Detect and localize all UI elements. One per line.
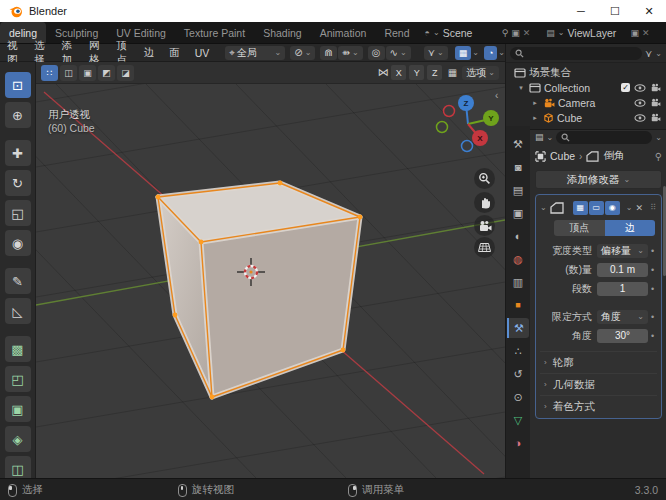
overlays-toggle[interactable]: ◔ [484, 46, 497, 60]
outliner-search-input[interactable] [510, 47, 642, 60]
section-shading[interactable]: › 着色方式 [540, 395, 657, 417]
tab-view-layer[interactable]: ▣ [507, 203, 529, 223]
falloff-dropdown[interactable]: ∿ ⌄ [386, 46, 411, 60]
extras-dropdown-icon[interactable]: ⌄ [626, 203, 633, 212]
tab-collection[interactable]: ▥ [507, 272, 529, 292]
gizmo-neg-y-axis[interactable] [437, 122, 448, 133]
expand-icon[interactable]: ▸ [530, 114, 540, 122]
tab-object[interactable]: ■ [507, 295, 529, 315]
breadcrumb-modifier[interactable]: 倒角 [603, 149, 624, 163]
tab-object-data[interactable]: ▽ [507, 410, 529, 430]
new-viewlayer-icon[interactable]: ▣ [631, 28, 640, 38]
mirror-y-button[interactable]: Y [409, 65, 424, 80]
transform-orientation-dropdown[interactable]: ⌖ 全局 ⌄ [225, 46, 285, 60]
outliner-row-cube[interactable]: ▸ Cube [506, 110, 666, 125]
tab-render[interactable]: ◙ [507, 157, 529, 177]
section-profile[interactable]: › 轮廓 [540, 351, 657, 373]
tab-world[interactable]: ◍ [507, 249, 529, 269]
pin-icon[interactable]: ⚲ [502, 28, 509, 38]
tab-output[interactable]: ▤ [507, 180, 529, 200]
remove-viewlayer-icon[interactable]: ✕ [642, 28, 650, 38]
maximize-button[interactable]: ☐ [598, 0, 632, 22]
tab-texture-paint[interactable]: Texture Paint [175, 22, 254, 43]
ortho-toggle-button[interactable] [474, 237, 495, 258]
segments-field[interactable]: 1 [597, 282, 648, 296]
options-dropdown[interactable]: 选项 ⌄ [462, 66, 499, 80]
animate-dot-icon[interactable]: • [648, 312, 657, 322]
rotate-tool[interactable]: ↻ [5, 170, 31, 196]
section-geometry[interactable]: › 几何数据 [540, 373, 657, 395]
zoom-button[interactable] [474, 168, 495, 189]
proportional-editing-toggle[interactable]: ◎ [368, 46, 385, 60]
realtime-display-toggle[interactable]: ▭ [589, 201, 604, 215]
snapping-toggle[interactable]: ⋒ [320, 46, 336, 60]
menu-uv[interactable]: UV [188, 47, 217, 59]
viewport-3d[interactable]: 用户透视 (60) Cube ‹ Z Y X [36, 84, 505, 478]
expand-icon[interactable]: ▸ [530, 99, 540, 107]
multi-select-mode-button[interactable]: ◩ [98, 65, 115, 81]
pivot-point-dropdown[interactable]: ⊘ ⌄ [290, 46, 315, 60]
new-scene-icon[interactable]: ▣ [511, 28, 520, 38]
close-button[interactable]: ✕ [632, 0, 666, 22]
hide-eye-icon[interactable] [634, 84, 646, 92]
scene-selector[interactable]: ◓ ⌄ Scene ⚲ ▣ ✕ [421, 22, 535, 43]
inset-faces-tool[interactable]: ▣ [5, 396, 31, 422]
loop-cut-tool[interactable]: ◫ [5, 456, 31, 478]
tab-modifiers[interactable]: ⚒ [507, 318, 529, 338]
affect-vertices-button[interactable]: 顶点 [554, 220, 605, 236]
drag-handle-icon[interactable]: ⠿ [650, 203, 657, 212]
breadcrumb-object[interactable]: Cube [550, 150, 575, 162]
disable-render-icon[interactable] [650, 83, 661, 92]
filter-icon[interactable]: ⋎ [645, 48, 652, 59]
width-type-dropdown[interactable]: 偏移量 ⌄ [597, 244, 648, 258]
camera-view-button[interactable] [474, 215, 495, 236]
edge-select-mode-button[interactable]: ◫ [60, 65, 77, 81]
unlink-scene-icon[interactable]: ✕ [523, 28, 531, 38]
cube-mesh[interactable] [156, 181, 363, 400]
outliner-row-collection[interactable]: ▾ Collection ✓ [506, 80, 666, 95]
navigation-gizmo[interactable]: Z Y X [434, 92, 502, 154]
face-select-mode-button[interactable]: ▣ [79, 65, 96, 81]
collection-checkbox[interactable]: ✓ [621, 83, 630, 92]
animate-dot-icon[interactable]: • [648, 331, 657, 341]
bevel-tool[interactable]: ◈ [5, 426, 31, 452]
cursor-tool[interactable]: ⊕ [5, 102, 31, 128]
gizmo-neg-z-axis[interactable] [462, 141, 473, 152]
amount-field[interactable]: 0.1 m [597, 263, 648, 277]
limit-method-dropdown[interactable]: 角度 ⌄ [597, 310, 648, 324]
transform-tool[interactable]: ◉ [5, 230, 31, 256]
snapping-dropdown[interactable]: ⇻ ⌄ [338, 46, 363, 60]
add-modifier-button[interactable]: 添加修改器 ⌄ [535, 170, 662, 189]
annotate-tool[interactable]: ✎ [5, 268, 31, 294]
hide-toggle-button[interactable]: ◪ [117, 65, 134, 81]
scale-tool[interactable]: ◱ [5, 200, 31, 226]
affect-edges-button[interactable]: 边 [605, 220, 656, 236]
chevron-down-icon[interactable]: ⌄ [547, 133, 554, 142]
move-tool[interactable]: ✚ [5, 140, 31, 166]
animate-dot-icon[interactable]: • [648, 246, 657, 256]
tab-rendering[interactable]: Rend [375, 22, 418, 43]
hide-eye-icon[interactable] [634, 99, 646, 107]
tab-animation[interactable]: Animation [311, 22, 376, 43]
pin-icon[interactable]: ⚲ [655, 151, 662, 162]
delete-modifier-icon[interactable]: ✕ [635, 203, 643, 213]
chevron-down-icon[interactable]: ⌄ [472, 48, 479, 57]
pan-button[interactable] [474, 192, 495, 213]
outliner-row-camera[interactable]: ▸ Camera [506, 95, 666, 110]
mirror-x-button[interactable]: X [391, 65, 406, 80]
viewlayer-selector[interactable]: ▤ ⌄ ViewLayer ▣ ✕ [542, 22, 653, 43]
tab-constraints[interactable]: ⊙ [507, 387, 529, 407]
menu-face[interactable]: 面 [162, 46, 187, 60]
visibility-filter-dropdown[interactable]: ⋎ ⌄ [424, 46, 448, 60]
outliner-row-scene-collection[interactable]: 场景集合 [506, 65, 666, 80]
tab-shading[interactable]: Shading [254, 22, 311, 43]
editmode-display-toggle[interactable]: ▦ [573, 201, 588, 215]
disable-render-icon[interactable] [650, 113, 661, 122]
measure-tool[interactable]: ◺ [5, 298, 31, 324]
minimize-button[interactable]: ─ [564, 0, 598, 22]
add-cube-tool[interactable]: ▩ [5, 336, 31, 362]
hide-eye-icon[interactable] [634, 114, 646, 122]
editor-type-icon[interactable]: ▤ [535, 132, 544, 142]
properties-search-input[interactable] [556, 131, 652, 144]
animate-dot-icon[interactable]: • [648, 265, 657, 275]
